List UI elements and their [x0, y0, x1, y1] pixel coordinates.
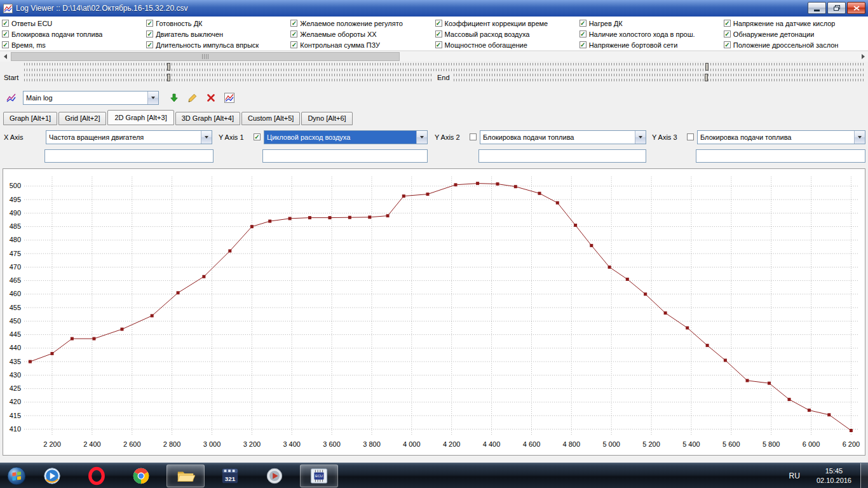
signal-checkbox[interactable]: ✓ [146, 41, 153, 48]
signal-checkbox[interactable]: ✓ [290, 20, 297, 27]
signal-checkbox[interactable]: ✓ [435, 41, 442, 48]
signal-item[interactable]: ✓Длительность импульса впрыск [146, 39, 290, 50]
position-ruler[interactable] [24, 63, 865, 71]
signal-item[interactable]: ✓Двигатель выключен [146, 29, 290, 39]
close-button[interactable] [847, 2, 865, 14]
signal-label: Желаемое положение регулято [300, 20, 402, 27]
graph-settings-button[interactable] [223, 92, 236, 104]
scroll-left-button[interactable] [0, 51, 10, 62]
y-axis3-combo-arrow[interactable] [854, 131, 865, 144]
end-ruler-thumb[interactable] [705, 74, 708, 81]
edit-log-button[interactable] [186, 92, 199, 104]
start-ruler[interactable] [24, 74, 432, 81]
data-point-marker [454, 183, 458, 186]
tab-2d[interactable]: 2D Graph [Alt+3] [107, 110, 173, 125]
tab-custom[interactable]: Custom [Alt+5] [241, 112, 300, 125]
y-tick-label: 410 [10, 425, 21, 433]
y-axis1-combo[interactable]: Цикловой расход воздуха [264, 130, 428, 144]
y-axis2-filter-input[interactable] [478, 149, 646, 163]
y-axis2-checkbox[interactable] [470, 133, 477, 140]
signal-checkbox[interactable]: ✓ [146, 20, 153, 27]
signal-item[interactable]: ✓Желаемые обороты ХХ [290, 29, 435, 39]
tab-grid[interactable]: Grid [Alt+2] [58, 112, 106, 125]
y-axis3-filter-input[interactable] [696, 149, 865, 163]
y-axis1-checkbox[interactable]: ✓ [254, 133, 261, 140]
signal-checkbox[interactable]: ✓ [2, 20, 9, 27]
language-indicator[interactable]: RU [789, 471, 800, 480]
signal-item[interactable]: ✓Нагрев ДК [580, 18, 724, 29]
x-axis-filter-input[interactable] [44, 149, 214, 163]
signal-checkbox[interactable]: ✓ [435, 30, 442, 37]
titlebar[interactable]: Log Viewer :: D:\14\at\02.Октябрь.16-15.… [0, 0, 868, 17]
horizontal-scrollbar[interactable] [0, 51, 868, 61]
signal-checkbox[interactable]: ✓ [435, 20, 442, 27]
show-desktop-button[interactable] [860, 463, 868, 488]
y-axis1-combo-arrow[interactable] [416, 131, 427, 144]
end-ruler[interactable] [454, 74, 865, 81]
signal-checkbox[interactable]: ✓ [2, 30, 9, 37]
x-tick-label: 3 000 [203, 440, 221, 448]
y-axis2-combo[interactable]: Блокировка подачи топлива [480, 130, 646, 144]
signal-checkbox[interactable]: ✓ [580, 30, 587, 37]
x-tick-label: 4 000 [403, 440, 421, 448]
signal-item[interactable]: ✓Массовый расход воздуха [435, 29, 580, 39]
position-start-marker[interactable] [167, 63, 170, 71]
taskbar-app-explorer-folder[interactable] [166, 464, 205, 487]
tab-dyno[interactable]: Dyno [Alt+6] [301, 112, 352, 125]
signal-item[interactable]: ✓Коэффициент коррекции време [435, 18, 580, 29]
y-axis3-combo[interactable]: Блокировка подачи топлива [697, 130, 865, 144]
signal-checkbox[interactable]: ✓ [290, 30, 297, 37]
minimize-icon [814, 10, 820, 11]
signal-item[interactable]: ✓Напряжение бортовой сети [580, 39, 724, 50]
taskbar-app-media-player-classic[interactable] [255, 464, 294, 487]
tab-graph[interactable]: Graph [Alt+1] [3, 112, 57, 125]
y-axis2-combo-arrow[interactable] [635, 131, 646, 144]
signal-checkbox[interactable]: ✓ [724, 20, 731, 27]
signal-item[interactable]: ✓Положение дроссельной заслон [724, 39, 868, 50]
signal-checkbox[interactable]: ✓ [2, 41, 9, 48]
add-log-button[interactable] [168, 92, 180, 104]
y-axis3-checkbox[interactable] [687, 133, 694, 140]
scrollbar-thumb[interactable] [11, 52, 400, 61]
signal-checkbox[interactable]: ✓ [724, 30, 731, 37]
taskbar: 321ECU RU 15:45 02.10.2016 [0, 463, 868, 488]
taskbar-app-klite-321[interactable]: 321 [211, 464, 249, 487]
y-axis2-label: Y Axis 2 [435, 133, 460, 141]
signal-item[interactable]: ✓Ответы ECU [2, 18, 146, 29]
clock[interactable]: 15:45 02.10.2016 [817, 466, 851, 485]
log-combo-arrow[interactable] [147, 92, 158, 104]
signal-item[interactable]: ✓Время, ms [2, 39, 146, 50]
signal-item[interactable]: ✓Наличие холостого хода в прош. [580, 29, 724, 39]
scroll-right-button[interactable] [858, 51, 868, 62]
signal-item[interactable]: ✓Обнаружение детонации [724, 29, 868, 39]
signal-checkbox[interactable]: ✓ [724, 41, 731, 48]
remove-log-button[interactable] [205, 92, 217, 104]
start-button[interactable] [0, 463, 33, 488]
signal-item[interactable]: ✓Блокировка подачи топлива [2, 29, 146, 39]
restore-button[interactable] [827, 2, 846, 14]
x-axis-combo-arrow[interactable] [201, 131, 212, 144]
signal-item[interactable]: ✓Мощностное обогащение [435, 39, 580, 50]
y-axis1-filter-input[interactable] [262, 149, 428, 163]
taskbar-app-ecu-logger[interactable]: ECU [300, 464, 338, 487]
log-select-combo[interactable]: Main log [23, 91, 159, 105]
x-axis-combo[interactable]: Частота вращения двигателя [46, 130, 212, 144]
tab-3d[interactable]: 3D Graph [Alt+4] [175, 112, 240, 125]
signal-item[interactable]: ✓Готовность ДК [146, 18, 290, 29]
start-ruler-thumb[interactable] [167, 74, 170, 81]
data-point-marker [827, 413, 831, 416]
signal-checkbox[interactable]: ✓ [290, 41, 297, 48]
signal-item[interactable]: ✓Желаемое положение регулято [290, 18, 435, 29]
signal-checkbox[interactable]: ✓ [580, 41, 587, 48]
signal-item[interactable]: ✓Напряжение на датчике кислор [724, 18, 868, 29]
signal-item[interactable]: ✓Контрольная сумма ПЗУ [290, 39, 435, 50]
y-tick-label: 445 [10, 330, 21, 338]
taskbar-app-media-player[interactable] [33, 464, 71, 487]
y-axis1-value: Цикловой расход воздуха [264, 131, 416, 144]
taskbar-app-chrome[interactable] [122, 464, 160, 487]
minimize-button[interactable] [808, 2, 826, 14]
signal-checkbox[interactable]: ✓ [580, 20, 587, 27]
signal-checkbox[interactable]: ✓ [146, 30, 153, 37]
position-end-marker[interactable] [705, 63, 709, 71]
taskbar-app-opera[interactable] [78, 464, 116, 487]
